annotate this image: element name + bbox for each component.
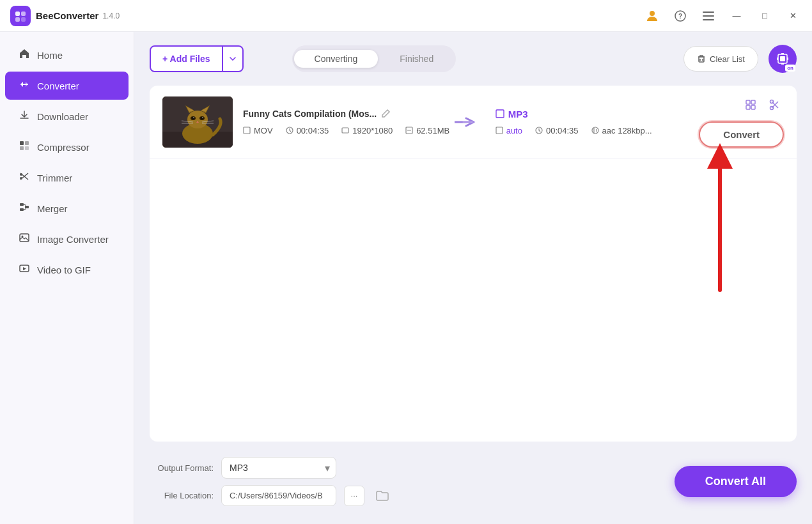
location-row: File Location: ···: [150, 485, 393, 506]
svg-rect-19: [20, 234, 29, 242]
svg-rect-26: [780, 56, 785, 61]
svg-point-47: [193, 117, 194, 118]
help-icon[interactable]: ?: [671, 7, 689, 25]
sidebar-item-merger[interactable]: Merger: [5, 194, 129, 222]
sidebar-item-image-converter[interactable]: Image Converter: [5, 225, 129, 253]
svg-rect-64: [751, 100, 755, 104]
tab-switcher: Converting Finished: [292, 45, 457, 72]
window-controls: ? — □ ✕: [643, 7, 802, 25]
convert-button[interactable]: Convert: [699, 121, 784, 148]
output-format-name: MP3: [496, 109, 689, 119]
svg-rect-13: [25, 146, 29, 150]
svg-rect-10: [20, 141, 24, 145]
settings-action-icon[interactable]: [742, 96, 760, 114]
file-thumbnail: [162, 96, 233, 148]
sidebar-item-converter[interactable]: Converter: [5, 72, 129, 100]
add-files-dropdown-button[interactable]: [223, 45, 244, 72]
target-quality: auto: [496, 126, 522, 135]
svg-rect-28: [783, 53, 784, 54]
downloader-icon: [18, 110, 31, 123]
svg-rect-33: [787, 58, 788, 59]
open-folder-button[interactable]: [372, 486, 393, 506]
source-duration: 00:04:35: [286, 126, 329, 135]
svg-point-62: [592, 127, 598, 134]
main-layout: Home Converter Downloader: [0, 32, 812, 524]
svg-rect-18: [25, 206, 29, 208]
minimize-button[interactable]: —: [728, 7, 746, 25]
location-dots-button[interactable]: ···: [344, 486, 364, 506]
close-button[interactable]: ✕: [784, 7, 802, 25]
svg-rect-8: [703, 15, 714, 17]
output-format-select-wrapper: MP3 MP4 MOV AVI AAC WAV: [221, 457, 336, 479]
app-name: BeeConverter: [36, 10, 98, 21]
target-duration: 00:04:35: [535, 126, 579, 135]
source-resolution: 1920*1080: [341, 126, 393, 135]
output-format-select[interactable]: MP3 MP4 MOV AVI AAC WAV: [221, 457, 336, 479]
file-name-row: Funny Cats Compilation (Mos...: [243, 109, 437, 119]
source-size: 62.51MB: [405, 126, 449, 135]
menu-icon[interactable]: [699, 7, 717, 25]
sidebar-item-compressor[interactable]: Compressor: [5, 133, 129, 161]
trimmer-icon: [18, 171, 31, 184]
convert-arrow: [447, 116, 485, 128]
add-files-button[interactable]: + Add Files: [150, 45, 223, 72]
hardware-acceleration-button[interactable]: on: [769, 45, 797, 73]
file-info: Funny Cats Compilation (Mos...: [243, 109, 437, 135]
svg-rect-16: [20, 203, 24, 206]
tab-finished[interactable]: Finished: [379, 50, 454, 68]
clear-list-button[interactable]: Clear List: [683, 46, 758, 72]
svg-rect-60: [496, 127, 503, 134]
svg-rect-11: [25, 141, 29, 145]
svg-rect-31: [777, 58, 778, 59]
svg-rect-66: [751, 105, 755, 109]
app-version: 1.4.0: [102, 12, 120, 20]
svg-point-48: [202, 117, 203, 118]
svg-rect-9: [703, 19, 714, 20]
edit-filename-icon[interactable]: [382, 109, 391, 119]
file-name: Funny Cats Compilation (Mos...: [243, 109, 377, 119]
source-format: MOV: [243, 126, 273, 135]
svg-point-14: [20, 173, 22, 176]
image-converter-icon: [18, 233, 31, 245]
home-icon: [18, 49, 31, 61]
item-action-icons: [742, 96, 784, 114]
svg-rect-22: [699, 57, 704, 62]
convert-all-button[interactable]: Convert All: [675, 466, 797, 497]
item-actions: Convert: [699, 96, 784, 148]
maximize-button[interactable]: □: [756, 7, 774, 25]
video-to-gif-icon: [18, 263, 31, 276]
profile-icon[interactable]: [643, 7, 661, 25]
svg-rect-3: [21, 17, 26, 22]
svg-rect-2: [15, 17, 20, 22]
svg-rect-59: [496, 110, 504, 118]
svg-rect-32: [777, 59, 778, 60]
svg-point-38: [187, 111, 208, 128]
cut-action-icon[interactable]: [766, 96, 784, 114]
svg-rect-27: [781, 53, 783, 54]
content-area: + Add Files Converting Finished: [134, 32, 812, 524]
toolbar: + Add Files Converting Finished: [150, 45, 797, 73]
sidebar-item-home[interactable]: Home: [5, 41, 129, 69]
sidebar-item-video-to-gif[interactable]: Video to GIF: [5, 256, 129, 284]
output-format-label: Output Format:: [150, 463, 214, 473]
thumbnail-image: [162, 96, 233, 148]
tab-converting[interactable]: Converting: [294, 50, 379, 68]
sidebar-item-trimmer[interactable]: Trimmer: [5, 164, 129, 192]
compressor-icon: [18, 141, 31, 153]
sidebar-item-downloader[interactable]: Downloader: [5, 102, 129, 130]
target-audio: aac 128kbp...: [591, 126, 652, 135]
bottom-bar: Output Format: MP3 MP4 MOV AVI AAC WAV F: [150, 452, 797, 511]
titlebar: BeeConverter 1.4.0 ? — □: [0, 0, 812, 32]
svg-rect-29: [781, 63, 783, 65]
svg-rect-17: [20, 208, 24, 211]
svg-rect-54: [244, 127, 250, 134]
converter-icon: [18, 79, 31, 92]
file-location-label: File Location:: [150, 491, 214, 500]
svg-rect-34: [787, 59, 788, 60]
svg-rect-7: [703, 12, 714, 13]
svg-rect-63: [746, 100, 750, 104]
output-meta-row: auto 00:04:35: [496, 126, 689, 135]
content-wrapper: Funny Cats Compilation (Mos...: [150, 86, 797, 452]
file-location-input[interactable]: [221, 485, 336, 506]
file-list: Funny Cats Compilation (Mos...: [150, 86, 797, 442]
